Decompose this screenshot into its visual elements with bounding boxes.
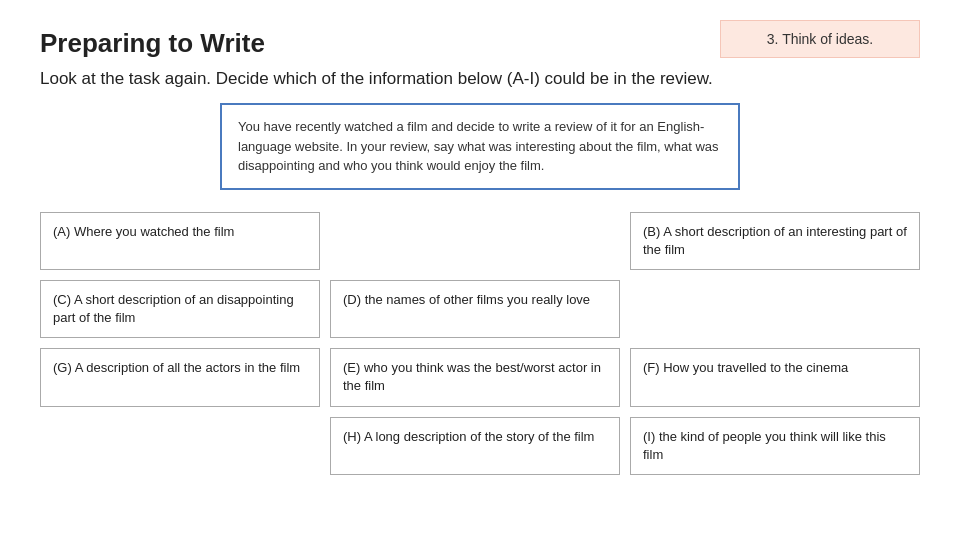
cards-grid: (A) Where you watched the film (B) A sho… [40, 212, 920, 476]
card-F: (F) How you travelled to the cinema [630, 348, 920, 406]
task-box: You have recently watched a film and dec… [220, 103, 740, 190]
card-G: (G) A description of all the actors in t… [40, 348, 320, 406]
card-H: (H) A long description of the story of t… [330, 417, 620, 475]
card-C: (C) A short description of an disappoint… [40, 280, 320, 338]
page: Preparing to Write 3. Think of ideas. Lo… [0, 0, 960, 540]
card-B: (B) A short description of an interestin… [630, 212, 920, 270]
think-box: 3. Think of ideas. [720, 20, 920, 58]
subtitle: Look at the task again. Decide which of … [40, 69, 920, 89]
card-D: (D) the names of other films you really … [330, 280, 620, 338]
card-E: (E) who you think was the best/worst act… [330, 348, 620, 406]
header-row: Preparing to Write 3. Think of ideas. [40, 20, 920, 59]
card-I: (I) the kind of people you think will li… [630, 417, 920, 475]
card-A: (A) Where you watched the film [40, 212, 320, 270]
page-title: Preparing to Write [40, 28, 265, 59]
